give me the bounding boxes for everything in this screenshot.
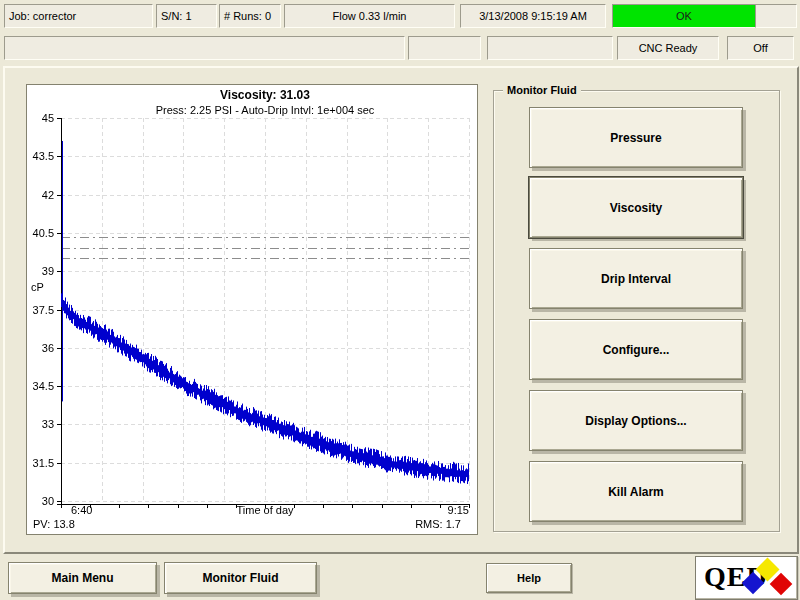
pressure-button[interactable]: Pressure [529,107,743,168]
viscosity-chart-panel: Viscosity: 31.03 Press: 2.25 PSI - Auto-… [26,84,478,535]
y-axis-unit-label: cP [31,281,44,293]
kill-alarm-button[interactable]: Kill Alarm [529,461,743,522]
x-axis-end-label: 9:15 [61,504,469,516]
viscosity-button[interactable]: Viscosity [529,177,743,238]
rms-readout: RMS: 1.7 [61,518,461,530]
monitor-fluid-nav-button[interactable]: Monitor Fluid [164,562,317,594]
monitor-fluid-group-title: Monitor Fluid [503,83,581,97]
drip-interval-button[interactable]: Drip Interval [529,248,743,309]
chart-title: Viscosity: 31.03 [61,88,469,102]
cnc-status-field: CNC Ready [617,36,719,60]
display-options-button[interactable]: Display Options... [529,390,743,451]
status-blank-field-3 [487,36,613,60]
serial-field: S/N: 1 [156,4,217,28]
main-menu-button[interactable]: Main Menu [8,562,157,594]
mode-status-field: Off [727,36,794,60]
runs-field: # Runs: 0 [219,4,281,28]
viscosity-trend-chart [27,85,477,534]
logo-red-diamond-icon [770,573,793,596]
status-blank-field-2 [408,36,481,60]
job-field: Job: corrector [4,4,153,28]
configure-button[interactable]: Configure... [529,319,743,380]
help-button[interactable]: Help [486,563,572,593]
ok-status-indicator: OK [612,4,756,28]
message-field [4,36,405,60]
datetime-field: 3/13/2008 9:15:19 AM [460,4,606,28]
chart-subtitle: Press: 2.25 PSI - Auto-Drip Intvl: 1e+00… [51,104,479,116]
flow-field: Flow 0.33 l/min [284,4,455,28]
status-blank-field-1 [755,4,797,28]
qed-logo: QED [695,556,798,600]
